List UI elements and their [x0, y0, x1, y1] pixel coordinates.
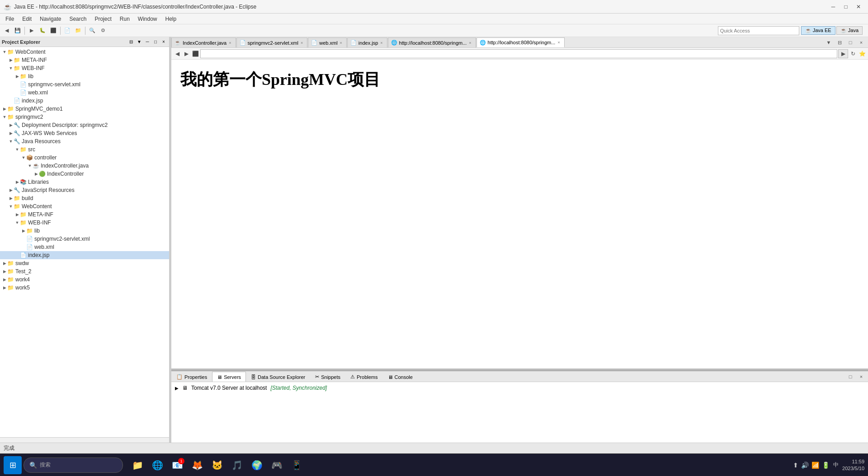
- tree-item[interactable]: 📄web.xml: [0, 89, 169, 97]
- tree-item[interactable]: ▶📁work4: [0, 275, 169, 284]
- maximize-button[interactable]: □: [840, 2, 852, 11]
- tree-item[interactable]: ▶🔧JavaScript Resources: [0, 186, 169, 194]
- editor-tab-2[interactable]: 📄web.xml×: [308, 37, 347, 47]
- tree-arrow[interactable]: ▶: [33, 172, 39, 176]
- tree-item[interactable]: ▼📁src: [0, 145, 169, 154]
- taskbar-app-firefox[interactable]: 🦊: [188, 456, 206, 474]
- menu-run[interactable]: Run: [116, 15, 133, 23]
- start-button[interactable]: ⊞: [4, 456, 22, 474]
- tree-item[interactable]: ▼📁WEB-INF: [0, 219, 169, 227]
- tree-arrow[interactable]: ▶: [2, 261, 7, 266]
- tree-item[interactable]: 📄index.jsp: [0, 251, 169, 259]
- tree-arrow[interactable]: ▶: [21, 229, 26, 233]
- editor-tab-0[interactable]: ☕IndexController.java×: [171, 37, 236, 47]
- menu-project[interactable]: Project: [91, 15, 115, 23]
- menu-edit[interactable]: Edit: [19, 15, 35, 23]
- taskbar-app-game[interactable]: 🎮: [268, 456, 286, 474]
- tab-action-btn[interactable]: □: [845, 37, 855, 47]
- tree-arrow[interactable]: ▶: [14, 212, 20, 217]
- tab-close-btn[interactable]: ×: [228, 41, 231, 45]
- menu-search[interactable]: Search: [66, 15, 90, 23]
- menu-file[interactable]: File: [2, 15, 18, 23]
- url-forward-btn[interactable]: ▶: [182, 50, 190, 58]
- tree-item[interactable]: ▶📁swdw: [0, 259, 169, 267]
- tree-item[interactable]: 📄springmvc-servlet.xml: [0, 80, 169, 89]
- tree-item[interactable]: ▼📁springmvc2: [0, 113, 169, 121]
- tree-arrow[interactable]: ▼: [8, 66, 14, 70]
- tree-arrow[interactable]: ▶: [2, 107, 7, 111]
- toolbar-settings[interactable]: ⚙: [98, 26, 108, 36]
- system-clock[interactable]: 11:59 2023/5/10: [842, 458, 864, 471]
- tree-item[interactable]: ▶📁SpringMVC_demo1: [0, 105, 169, 113]
- panel-minimize-btn[interactable]: ─: [144, 38, 151, 46]
- toolbar-run[interactable]: ▶: [27, 26, 37, 36]
- editor-tab-1[interactable]: 📄springmvc2-servlet.xml×: [236, 37, 308, 47]
- tray-volume-icon[interactable]: 🔊: [801, 462, 809, 469]
- tree-item[interactable]: ▼📁WebContent: [0, 202, 169, 210]
- tree-item[interactable]: ▼📁WebContent: [0, 48, 169, 56]
- perspective-java[interactable]: ☕ Java: [836, 26, 863, 35]
- server-expand-btn[interactable]: ▶: [175, 386, 179, 391]
- tree-item[interactable]: ▶📁Test_2: [0, 267, 169, 275]
- bottom-tab-data-source-explorer[interactable]: 🗄Data Source Explorer: [246, 372, 310, 382]
- tree-arrow[interactable]: ▼: [8, 204, 14, 209]
- toolbar-new[interactable]: 📄: [62, 26, 72, 36]
- tree-arrow[interactable]: ▼: [8, 139, 14, 144]
- tree-arrow[interactable]: ▶: [8, 196, 14, 201]
- tray-network-icon[interactable]: 📶: [811, 462, 819, 469]
- tree-arrow[interactable]: ▶: [2, 277, 7, 282]
- tree-arrow[interactable]: ▶: [8, 131, 14, 135]
- tree-arrow[interactable]: ▶: [8, 58, 14, 62]
- tree-item[interactable]: ▶🔧JAX-WS Web Services: [0, 129, 169, 137]
- tray-battery-icon[interactable]: 🔋: [822, 462, 830, 469]
- tab-action-btn[interactable]: ×: [856, 37, 866, 47]
- tree-arrow[interactable]: ▶: [8, 123, 14, 127]
- toolbar-open[interactable]: 📁: [73, 26, 83, 36]
- url-back-btn[interactable]: ◀: [173, 50, 181, 58]
- panel-collapse-btn[interactable]: ⊟: [127, 38, 135, 46]
- taskbar-app-edge[interactable]: 🌐: [148, 456, 166, 474]
- tree-item[interactable]: ▶📁build: [0, 194, 169, 202]
- quick-access-input[interactable]: [718, 26, 799, 35]
- tree-item[interactable]: ▶📁META-INF: [0, 210, 169, 219]
- taskbar-app-browser2[interactable]: 🌍: [248, 456, 266, 474]
- bottom-tab-problems[interactable]: ⚠Problems: [345, 372, 382, 382]
- tray-upload-icon[interactable]: ⬆: [793, 462, 798, 469]
- editor-tab-4[interactable]: 🌐http://localhost:8080/springm...×: [388, 37, 476, 47]
- url-refresh-btn[interactable]: ↻: [849, 50, 857, 58]
- bottom-tab-console[interactable]: 🖥Console: [383, 372, 418, 382]
- taskbar-app-file-explorer[interactable]: 📁: [128, 456, 146, 474]
- taskbar-app-cat-app[interactable]: 🐱: [208, 456, 226, 474]
- sidebar-horizontal-scrollbar[interactable]: [0, 437, 169, 443]
- url-input[interactable]: http://localhost:8080/springmvc2/index: [200, 49, 837, 58]
- url-stop-btn[interactable]: ⬛: [191, 50, 199, 58]
- tree-arrow[interactable]: ▼: [2, 50, 7, 54]
- tree-item[interactable]: ▶📁lib: [0, 227, 169, 235]
- tab-close-btn[interactable]: ×: [340, 41, 343, 45]
- toolbar-stop[interactable]: ⬛: [48, 26, 58, 36]
- tree-arrow[interactable]: ▼: [27, 163, 33, 168]
- perspective-java-ee[interactable]: ☕ Java EE: [801, 26, 835, 35]
- tree-item[interactable]: ▶📁META-INF: [0, 56, 169, 64]
- editor-tab-3[interactable]: 📄index.jsp×: [347, 37, 387, 47]
- tree-item[interactable]: ▶📁lib: [0, 72, 169, 80]
- tab-close-btn[interactable]: ×: [468, 41, 472, 45]
- bottom-tab-servers[interactable]: 🖥Servers: [212, 372, 246, 382]
- editor-tab-5[interactable]: 🌐http://localhost:8080/springm...×: [476, 37, 565, 47]
- tree-item[interactable]: ▶📚Libraries: [0, 178, 169, 186]
- toolbar-back[interactable]: ◀: [2, 26, 12, 36]
- tree-item[interactable]: ▼🔧Java Resources: [0, 137, 169, 145]
- panel-menu-btn[interactable]: ▼: [136, 38, 143, 46]
- toolbar-save[interactable]: 💾: [13, 26, 23, 36]
- taskbar-app-music[interactable]: 🎵: [228, 456, 246, 474]
- bottom-tab-snippets[interactable]: ✂Snippets: [310, 372, 345, 382]
- url-go-btn[interactable]: ▶: [838, 49, 848, 58]
- tree-item[interactable]: ▼📦controller: [0, 154, 169, 162]
- panel-maximize-btn[interactable]: □: [152, 38, 159, 46]
- menu-help[interactable]: Help: [162, 15, 180, 23]
- toolbar-search[interactable]: 🔍: [87, 26, 97, 36]
- tab-close-btn[interactable]: ×: [300, 41, 303, 45]
- bottom-tab-action-btn[interactable]: ×: [856, 372, 866, 382]
- bottom-tab-action-btn[interactable]: □: [845, 372, 855, 382]
- tree-item[interactable]: ▶📁work5: [0, 284, 169, 292]
